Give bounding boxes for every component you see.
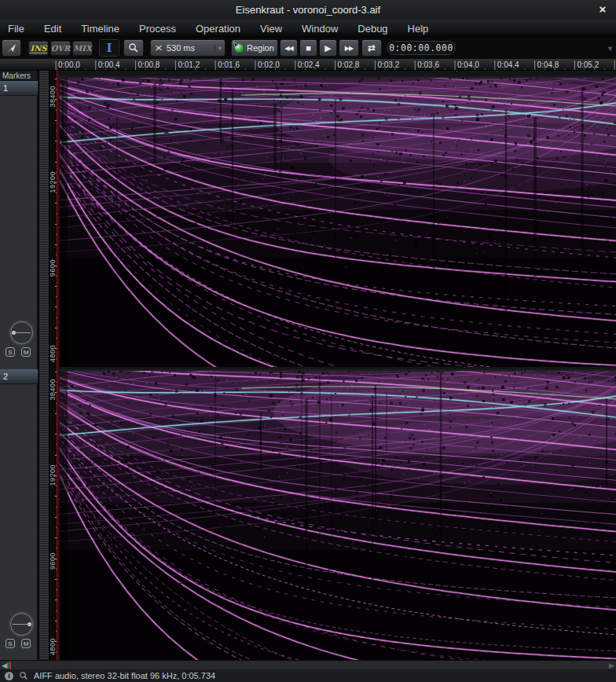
solo-button-channel-1[interactable]: S (6, 347, 15, 357)
knob-dot-icon (12, 331, 16, 335)
svg-text:0:04.0: 0:04.0 (457, 60, 479, 69)
track-1-label: 1 (0, 81, 38, 95)
mute-button-channel-2[interactable]: M (21, 639, 31, 648)
spectrogram-channel-1[interactable] (57, 76, 616, 367)
solo-button-channel-2[interactable]: S (6, 639, 15, 648)
zoom-tool-button[interactable] (123, 39, 144, 57)
markers-panel: Markers 1 S M 2 S M (0, 71, 38, 660)
svg-text:0:00.0: 0:00.0 (58, 60, 80, 69)
pointer-tool-button[interactable] (2, 39, 21, 57)
svg-text:0:01.6: 0:01.6 (218, 60, 240, 69)
freq-label: 19200 (49, 171, 57, 193)
catch-orb-icon (235, 44, 244, 53)
svg-text:0:00.8: 0:00.8 (138, 60, 160, 69)
position-marker-green (7, 662, 9, 669)
spectrogram-channel-2[interactable] (57, 369, 616, 660)
menu-item-help[interactable]: Help (405, 21, 432, 36)
toolbar-overflow-icon[interactable]: ▼ (607, 45, 614, 53)
play-button[interactable]: ▶ (319, 39, 337, 57)
toolbar: INS OVR MIX I × 530 ms ▾ Region ◀◀ ■ ▶ (0, 38, 616, 59)
freq-label: 38400 (49, 379, 57, 401)
spectrogram-image-1 (57, 76, 616, 367)
freq-label: 4800 (49, 345, 57, 362)
mute-label: M (24, 349, 29, 356)
fast-forward-icon: ▶▶ (345, 45, 353, 52)
pan-knob-channel-1[interactable] (10, 321, 33, 344)
menu-item-timeline[interactable]: Timeline (78, 21, 123, 36)
info-icon[interactable]: i (5, 672, 13, 680)
menu-item-file[interactable]: File (5, 21, 28, 36)
svg-text:0:04.8: 0:04.8 (537, 60, 559, 69)
freq-label: 38400 (49, 86, 57, 108)
mute-button-channel-1[interactable]: M (21, 347, 31, 357)
freq-label: 4800 (49, 638, 57, 655)
freq-label: 19200 (49, 464, 57, 486)
rewind-icon: ◀◀ (284, 45, 292, 52)
menu-item-operation[interactable]: Operation (192, 21, 244, 36)
svg-text:0:02.4: 0:02.4 (298, 60, 320, 69)
window-title: Eisenkraut - voronoi_coord-3.aif (0, 0, 616, 20)
svg-text:0:05.2: 0:05.2 (577, 60, 599, 69)
close-icon[interactable]: × (596, 2, 610, 16)
svg-text:0:01.2: 0:01.2 (178, 60, 200, 69)
svg-text:0:02.0: 0:02.0 (258, 60, 280, 69)
solo-label: S (8, 349, 12, 356)
magnifier-icon (128, 42, 139, 53)
vertical-zoom-scrollbar[interactable] (38, 71, 50, 660)
freq-label: 9600 (49, 259, 57, 277)
menu-item-process[interactable]: Process (136, 21, 179, 36)
mix-mode-button[interactable]: MIX (72, 41, 93, 56)
pointer-arrow-icon (6, 42, 17, 54)
fast-forward-button[interactable]: ▶▶ (339, 39, 359, 57)
timeline-ruler[interactable]: 0:00.00:00.40:00.80:01.20:01.60:02.00:02… (0, 59, 616, 71)
file-info-text: AIFF audio, stereo 32-bit float 96 kHz, … (34, 671, 215, 680)
position-marker-red (9, 662, 11, 669)
menu-item-edit[interactable]: Edit (41, 21, 64, 36)
rewind-button[interactable]: ◀◀ (280, 39, 298, 57)
track-2-label: 2 (0, 369, 38, 383)
spectrogram-image-2 (57, 369, 616, 660)
cursor-overlay-icon (233, 42, 242, 50)
catch-mode-combo[interactable]: Region (231, 39, 278, 57)
menu-item-debug[interactable]: Debug (354, 21, 390, 36)
mute-label: M (24, 640, 29, 647)
mix-mode-label: MIX (73, 44, 92, 53)
time-display[interactable]: 0:00:00.000 (387, 41, 456, 55)
insert-mode-button[interactable]: INS (28, 41, 49, 56)
status-magnifier-icon[interactable] (19, 671, 28, 680)
pan-knob-channel-2[interactable] (10, 613, 33, 636)
svg-text:0:02.8: 0:02.8 (338, 60, 360, 69)
track-header-2[interactable]: 2 (0, 369, 38, 384)
ibeam-tool-button[interactable]: I (99, 39, 119, 57)
loop-button[interactable]: ⇄ (361, 39, 382, 57)
crossfade-x-icon: × (155, 45, 163, 52)
insert-mode-label: INS (30, 44, 46, 53)
knob-dot-icon (28, 622, 31, 626)
stop-icon: ■ (306, 43, 311, 53)
svg-text:0:03.6: 0:03.6 (417, 60, 439, 69)
solo-label: S (8, 640, 12, 647)
blend-duration-combo[interactable]: × 530 ms ▾ (150, 39, 226, 57)
overwrite-mode-button[interactable]: OVR (50, 41, 71, 56)
menu-item-view[interactable]: View (257, 21, 285, 36)
status-bar: i AIFF audio, stereo 32-bit float 96 kHz… (0, 669, 616, 682)
chevron-down-icon[interactable]: ▾ (214, 45, 222, 52)
editor-main: Markers 1 S M 2 S M 38400192009600480038… (0, 71, 616, 660)
title-bar: Eisenkraut - voronoi_coord-3.aif × (0, 0, 616, 20)
freq-label: 9600 (49, 552, 57, 570)
ibeam-icon: I (106, 41, 112, 55)
menu-bar: File Edit Timeline Process Operation Vie… (0, 20, 616, 38)
blend-duration-value: 530 ms (167, 43, 195, 53)
svg-text:0:03.2: 0:03.2 (377, 60, 399, 69)
markers-header: Markers (0, 71, 37, 81)
loop-icon: ⇄ (368, 42, 376, 53)
svg-text:0:00.4: 0:00.4 (98, 60, 120, 69)
catch-mode-label: Region (247, 43, 274, 53)
track-header-1[interactable]: 1 (0, 81, 38, 96)
ruler-ticks: 0:00.00:00.40:00.80:01.20:01.60:02.00:02… (0, 59, 616, 71)
menu-item-window[interactable]: Window (299, 21, 341, 36)
playback-cursor (57, 60, 57, 660)
svg-text:0:04.4: 0:04.4 (497, 60, 519, 69)
horizontal-scrollbar[interactable]: ◀ ▶ (0, 660, 616, 669)
stop-button[interactable]: ■ (299, 39, 317, 57)
